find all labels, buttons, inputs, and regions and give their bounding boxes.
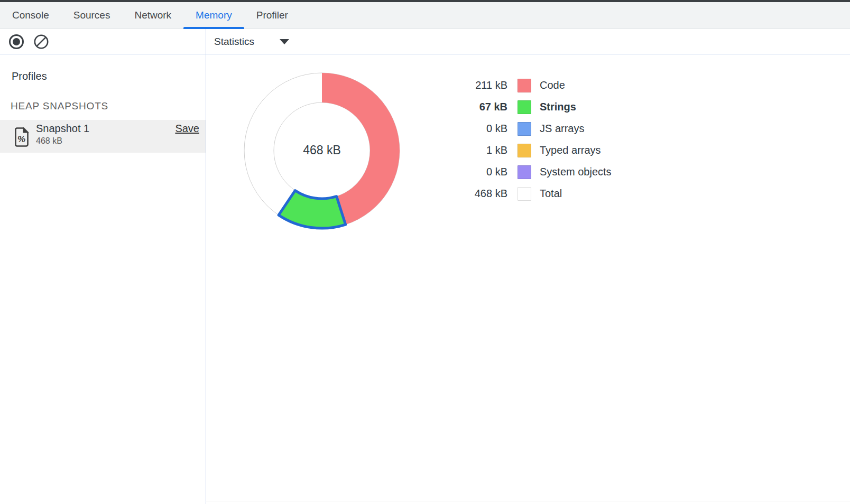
legend-value: 468 kB xyxy=(444,188,507,200)
donut-segment-strings[interactable] xyxy=(279,191,346,228)
legend-label: Typed arrays xyxy=(540,144,601,156)
tab-profiler[interactable]: Profiler xyxy=(244,2,300,29)
donut-center-label: 468 kB xyxy=(269,143,375,157)
legend-swatch-typed-arrays xyxy=(518,144,531,157)
legend-value: 0 kB xyxy=(444,123,507,135)
legend-swatch-system-objects xyxy=(518,165,531,179)
legend-label: Code xyxy=(540,79,565,91)
legend-label: System objects xyxy=(540,166,612,178)
legend-row-js-arrays[interactable]: 0 kBJS arrays xyxy=(444,118,612,139)
clear-all-icon xyxy=(34,34,49,49)
legend-swatch-js-arrays xyxy=(518,122,531,136)
caret-down-icon xyxy=(280,39,289,44)
snapshot-size: 468 kB xyxy=(36,136,62,146)
snapshot-list-item[interactable]: % Snapshot 1 468 kB Save xyxy=(0,120,206,153)
tab-memory[interactable]: Memory xyxy=(183,2,244,29)
legend-value: 0 kB xyxy=(444,166,507,178)
legend-row-total[interactable]: 468 kBTotal xyxy=(444,183,612,204)
legend-swatch-strings xyxy=(518,100,531,114)
tab-console[interactable]: Console xyxy=(0,2,61,29)
perspective-dropdown[interactable]: Statistics xyxy=(214,29,289,54)
snapshot-title: Snapshot 1 xyxy=(36,123,89,135)
memory-toolbar: Statistics xyxy=(0,29,850,54)
legend-row-typed-arrays[interactable]: 1 kBTyped arrays xyxy=(444,139,612,161)
heap-snapshots-heading: HEAP SNAPSHOTS xyxy=(11,100,108,112)
tab-network[interactable]: Network xyxy=(122,2,183,29)
tab-sources[interactable]: Sources xyxy=(61,2,123,29)
record-heap-snapshot-button[interactable] xyxy=(9,34,24,49)
devtools-tab-bar: Console Sources Network Memory Profiler xyxy=(0,2,850,29)
profiles-heading: Profiles xyxy=(12,70,47,82)
record-icon xyxy=(9,34,24,49)
legend-row-code[interactable]: 211 kBCode xyxy=(444,74,612,96)
save-snapshot-link[interactable]: Save xyxy=(175,123,199,135)
perspective-dropdown-label: Statistics xyxy=(214,36,254,48)
legend-row-system-objects[interactable]: 0 kBSystem objects xyxy=(444,161,612,183)
legend-row-strings[interactable]: 67 kBStrings xyxy=(444,96,612,118)
heap-snapshot-document-icon: % xyxy=(15,127,29,147)
legend-value: 67 kB xyxy=(444,101,507,113)
legend-label: Total xyxy=(540,188,562,200)
chart-legend: 211 kBCode67 kBStrings0 kBJS arrays1 kBT… xyxy=(444,74,612,204)
legend-value: 211 kB xyxy=(444,79,507,91)
clear-profiles-button[interactable] xyxy=(34,34,49,49)
legend-swatch-total xyxy=(518,187,531,201)
legend-label: Strings xyxy=(540,101,576,113)
legend-label: JS arrays xyxy=(540,123,584,135)
legend-value: 1 kB xyxy=(444,144,507,156)
svg-text:%: % xyxy=(17,134,25,144)
sidebar-divider[interactable] xyxy=(206,29,206,504)
profiles-sidebar: Profiles HEAP SNAPSHOTS % Snapshot 1 468… xyxy=(0,54,206,504)
legend-swatch-code xyxy=(518,79,531,92)
